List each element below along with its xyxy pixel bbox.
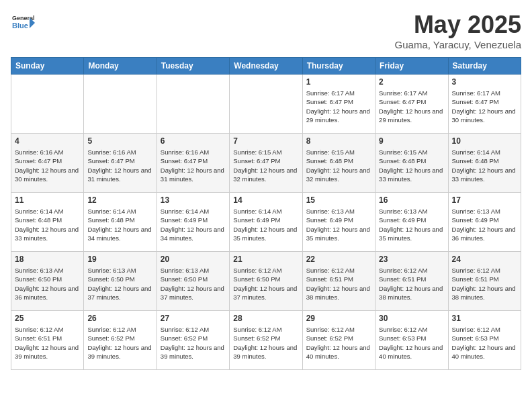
day-info: Sunrise: 6:12 AMSunset: 6:52 PMDaylight:… (161, 325, 226, 361)
header-wednesday: Wednesday (230, 58, 302, 75)
header-tuesday: Tuesday (157, 58, 229, 75)
day-info: Sunrise: 6:13 AMSunset: 6:49 PMDaylight:… (306, 207, 371, 242)
calendar-week-5: 25Sunrise: 6:12 AMSunset: 6:51 PMDayligh… (11, 311, 521, 370)
day-number: 17 (452, 195, 517, 205)
calendar-cell: 5Sunrise: 6:16 AMSunset: 6:47 PMDaylight… (84, 134, 157, 193)
calendar-cell: 3Sunrise: 6:17 AMSunset: 6:47 PMDaylight… (448, 75, 521, 134)
day-info: Sunrise: 6:14 AMSunset: 6:49 PMDaylight:… (161, 207, 226, 242)
day-info: Sunrise: 6:12 AMSunset: 6:52 PMDaylight:… (306, 325, 371, 361)
day-info: Sunrise: 6:12 AMSunset: 6:51 PMDaylight:… (306, 266, 371, 302)
day-number: 23 (379, 255, 444, 264)
logo: General Blue (11, 11, 38, 35)
logo-svg: General Blue (11, 11, 35, 35)
calendar-title: May 2025 (395, 11, 521, 39)
header-monday: Monday (84, 58, 157, 75)
day-number: 5 (87, 136, 152, 146)
day-number: 4 (15, 136, 80, 146)
day-number: 8 (306, 136, 371, 146)
day-info: Sunrise: 6:16 AMSunset: 6:47 PMDaylight:… (15, 148, 80, 183)
calendar-cell: 8Sunrise: 6:15 AMSunset: 6:48 PMDaylight… (302, 134, 375, 193)
calendar-week-4: 18Sunrise: 6:13 AMSunset: 6:50 PMDayligh… (11, 252, 521, 311)
day-info: Sunrise: 6:12 AMSunset: 6:52 PMDaylight:… (87, 325, 152, 361)
calendar-header-row: SundayMondayTuesdayWednesdayThursdayFrid… (11, 58, 521, 75)
day-number: 19 (87, 255, 152, 264)
day-number: 11 (15, 195, 80, 205)
calendar-cell: 12Sunrise: 6:14 AMSunset: 6:48 PMDayligh… (84, 193, 157, 252)
day-info: Sunrise: 6:12 AMSunset: 6:51 PMDaylight:… (452, 266, 517, 302)
day-info: Sunrise: 6:15 AMSunset: 6:47 PMDaylight:… (233, 148, 298, 183)
svg-text:Blue: Blue (12, 21, 28, 30)
day-info: Sunrise: 6:14 AMSunset: 6:48 PMDaylight:… (87, 207, 152, 242)
day-number: 28 (233, 314, 298, 323)
calendar-cell: 24Sunrise: 6:12 AMSunset: 6:51 PMDayligh… (448, 252, 521, 311)
day-info: Sunrise: 6:15 AMSunset: 6:48 PMDaylight:… (379, 148, 444, 183)
calendar-cell: 21Sunrise: 6:12 AMSunset: 6:50 PMDayligh… (230, 252, 302, 311)
day-info: Sunrise: 6:13 AMSunset: 6:49 PMDaylight:… (452, 207, 517, 242)
day-info: Sunrise: 6:12 AMSunset: 6:53 PMDaylight:… (452, 325, 517, 361)
calendar-cell (230, 75, 302, 134)
day-number: 20 (161, 255, 226, 264)
page-header: General Blue May 2025 Guama, Yaracuy, Ve… (11, 11, 521, 50)
day-info: Sunrise: 6:12 AMSunset: 6:52 PMDaylight:… (233, 325, 298, 361)
calendar-cell: 19Sunrise: 6:13 AMSunset: 6:50 PMDayligh… (84, 252, 157, 311)
calendar-cell (11, 75, 84, 134)
calendar-cell: 30Sunrise: 6:12 AMSunset: 6:53 PMDayligh… (375, 311, 448, 370)
day-number: 22 (306, 255, 371, 264)
day-info: Sunrise: 6:12 AMSunset: 6:51 PMDaylight:… (379, 266, 444, 302)
day-number: 6 (161, 136, 226, 146)
calendar-week-2: 4Sunrise: 6:16 AMSunset: 6:47 PMDaylight… (11, 134, 521, 193)
header-sunday: Sunday (11, 58, 84, 75)
day-number: 30 (379, 314, 444, 323)
day-number: 16 (379, 195, 444, 205)
day-info: Sunrise: 6:16 AMSunset: 6:47 PMDaylight:… (87, 148, 152, 183)
day-number: 12 (87, 195, 152, 205)
calendar-week-1: 1Sunrise: 6:17 AMSunset: 6:47 PMDaylight… (11, 75, 521, 134)
day-number: 2 (379, 77, 444, 87)
calendar-cell: 31Sunrise: 6:12 AMSunset: 6:53 PMDayligh… (448, 311, 521, 370)
day-info: Sunrise: 6:12 AMSunset: 6:50 PMDaylight:… (233, 266, 298, 302)
day-info: Sunrise: 6:13 AMSunset: 6:50 PMDaylight:… (87, 266, 152, 302)
calendar-cell: 10Sunrise: 6:14 AMSunset: 6:48 PMDayligh… (448, 134, 521, 193)
calendar-cell: 18Sunrise: 6:13 AMSunset: 6:50 PMDayligh… (11, 252, 84, 311)
day-number: 25 (15, 314, 80, 323)
day-info: Sunrise: 6:13 AMSunset: 6:49 PMDaylight:… (379, 207, 444, 242)
day-number: 15 (306, 195, 371, 205)
day-info: Sunrise: 6:17 AMSunset: 6:47 PMDaylight:… (306, 89, 371, 124)
day-number: 18 (15, 255, 80, 264)
header-saturday: Saturday (448, 58, 521, 75)
day-info: Sunrise: 6:13 AMSunset: 6:50 PMDaylight:… (15, 266, 80, 302)
calendar-cell: 15Sunrise: 6:13 AMSunset: 6:49 PMDayligh… (302, 193, 375, 252)
calendar-cell: 28Sunrise: 6:12 AMSunset: 6:52 PMDayligh… (230, 311, 302, 370)
day-number: 3 (452, 77, 517, 87)
calendar-cell: 2Sunrise: 6:17 AMSunset: 6:47 PMDaylight… (375, 75, 448, 134)
day-info: Sunrise: 6:17 AMSunset: 6:47 PMDaylight:… (452, 89, 517, 124)
day-info: Sunrise: 6:14 AMSunset: 6:48 PMDaylight:… (15, 207, 80, 242)
day-number: 21 (233, 255, 298, 264)
day-number: 29 (306, 314, 371, 323)
day-info: Sunrise: 6:13 AMSunset: 6:50 PMDaylight:… (161, 266, 226, 302)
day-number: 9 (379, 136, 444, 146)
calendar-week-3: 11Sunrise: 6:14 AMSunset: 6:48 PMDayligh… (11, 193, 521, 252)
calendar-cell: 1Sunrise: 6:17 AMSunset: 6:47 PMDaylight… (302, 75, 375, 134)
day-number: 13 (161, 195, 226, 205)
calendar-cell: 7Sunrise: 6:15 AMSunset: 6:47 PMDaylight… (230, 134, 302, 193)
calendar-cell: 20Sunrise: 6:13 AMSunset: 6:50 PMDayligh… (157, 252, 229, 311)
day-info: Sunrise: 6:12 AMSunset: 6:51 PMDaylight:… (15, 325, 80, 361)
calendar-cell: 14Sunrise: 6:14 AMSunset: 6:49 PMDayligh… (230, 193, 302, 252)
calendar-location: Guama, Yaracuy, Venezuela (395, 39, 521, 50)
calendar-table: SundayMondayTuesdayWednesdayThursdayFrid… (11, 57, 521, 370)
day-info: Sunrise: 6:17 AMSunset: 6:47 PMDaylight:… (379, 89, 444, 124)
calendar-cell: 17Sunrise: 6:13 AMSunset: 6:49 PMDayligh… (448, 193, 521, 252)
day-number: 26 (87, 314, 152, 323)
day-number: 14 (233, 195, 298, 205)
day-number: 24 (452, 255, 517, 264)
calendar-cell: 9Sunrise: 6:15 AMSunset: 6:48 PMDaylight… (375, 134, 448, 193)
calendar-cell: 29Sunrise: 6:12 AMSunset: 6:52 PMDayligh… (302, 311, 375, 370)
calendar-cell: 25Sunrise: 6:12 AMSunset: 6:51 PMDayligh… (11, 311, 84, 370)
day-info: Sunrise: 6:15 AMSunset: 6:48 PMDaylight:… (306, 148, 371, 183)
day-info: Sunrise: 6:12 AMSunset: 6:53 PMDaylight:… (379, 325, 444, 361)
calendar-cell: 27Sunrise: 6:12 AMSunset: 6:52 PMDayligh… (157, 311, 229, 370)
header-thursday: Thursday (302, 58, 375, 75)
day-number: 10 (452, 136, 517, 146)
day-number: 7 (233, 136, 298, 146)
